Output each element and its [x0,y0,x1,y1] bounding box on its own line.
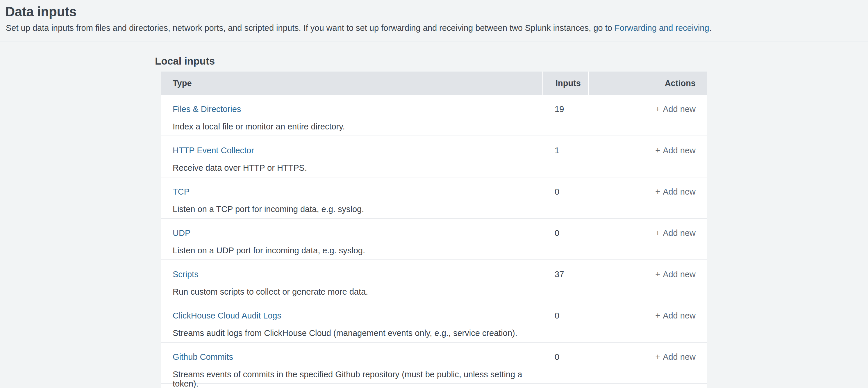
plus-icon: + [655,311,660,320]
input-type-description: Streams events of commits in the specifi… [173,370,542,388]
inputs-count: 0 [542,301,588,342]
forwarding-receiving-link[interactable]: Forwarding and receiving [615,23,709,33]
input-type-description: Listen on a UDP port for incoming data, … [173,246,542,255]
column-header-type: Type [161,71,542,95]
add-new-button[interactable]: +Add new [655,270,695,279]
input-type-description: Streams audit logs from ClickHouse Cloud… [173,328,542,338]
add-new-button[interactable]: +Add new [655,105,695,114]
inputs-count: 37 [542,260,588,301]
plus-icon: + [655,105,660,114]
column-header-inputs: Inputs [543,71,588,95]
table-row: ClickHouse Cloud Audit Logs Streams audi… [161,301,707,342]
table-row: Scripts Run custom scripts to collect or… [161,260,707,301]
section-heading: Local inputs [155,55,868,67]
table-row: Files & Directories Index a local file o… [161,95,707,136]
input-type-description: Receive data over HTTP or HTTPS. [173,163,542,173]
add-new-button[interactable]: +Add new [655,352,695,361]
input-type-description: Listen on a TCP port for incoming data, … [173,205,542,214]
input-type-description: Index a local file or monitor an entire … [173,122,542,131]
table-row: HTTP Event Collector Receive data over H… [161,136,707,177]
input-type-link-udp[interactable]: UDP [173,228,190,238]
input-type-description: Run custom scripts to collect or generat… [173,287,542,296]
page-header: Data inputs Set up data inputs from file… [0,0,868,42]
plus-icon: + [655,270,660,279]
column-header-actions: Actions [589,71,707,95]
add-new-button[interactable]: +Add new [655,187,695,196]
inputs-count: 0 [542,219,588,260]
input-type-link-scripts[interactable]: Scripts [173,270,198,279]
inputs-count: 0 [542,342,588,383]
inputs-count: 1 [542,136,588,177]
table-row: TCP Listen on a TCP port for incoming da… [161,177,707,219]
subtitle-suffix: . [709,23,712,33]
table-row: UDP Listen on a UDP port for incoming da… [161,219,707,260]
add-new-label: Add new [663,146,695,155]
table-header-row: Type Inputs Actions [161,71,707,95]
add-new-button[interactable]: +Add new [655,228,695,238]
add-new-label: Add new [663,270,695,279]
add-new-label: Add new [663,352,695,361]
add-new-label: Add new [663,311,695,320]
subtitle-text: Set up data inputs from files and direct… [6,23,615,33]
local-inputs-section: Local inputs Type Inputs Actions Files &… [155,55,868,388]
input-type-link-files-directories[interactable]: Files & Directories [173,105,241,114]
input-type-link-http-event-collector[interactable]: HTTP Event Collector [173,146,254,155]
input-type-link-tcp[interactable]: TCP [173,187,189,196]
input-type-link-clickhouse-cloud-audit-logs[interactable]: ClickHouse Cloud Audit Logs [173,311,281,320]
plus-icon: + [655,228,660,238]
plus-icon: + [655,187,660,196]
page-title: Data inputs [5,3,859,20]
table-row: Github Commits Streams events of commits… [161,342,707,384]
add-new-label: Add new [663,187,695,196]
plus-icon: + [655,146,660,155]
input-type-link-github-commits[interactable]: Github Commits [173,352,233,361]
inputs-count: 19 [542,95,588,136]
add-new-label: Add new [663,105,695,114]
add-new-button[interactable]: +Add new [655,146,695,155]
add-new-label: Add new [663,228,695,238]
inputs-count: 0 [542,177,588,218]
page-subtitle: Set up data inputs from files and direct… [6,22,859,34]
data-inputs-table: Type Inputs Actions Files & Directories … [161,71,707,388]
add-new-button[interactable]: +Add new [655,311,695,320]
plus-icon: + [655,352,660,361]
